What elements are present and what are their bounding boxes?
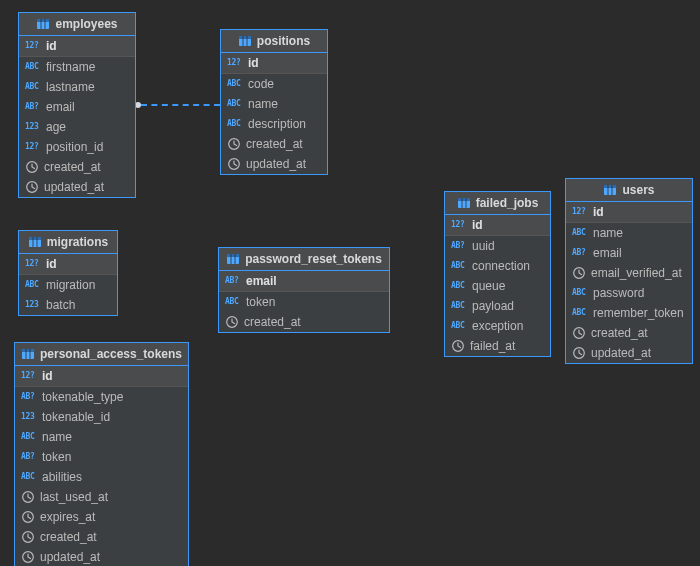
column-updated-at[interactable]: updated_at — [19, 177, 135, 197]
table-header[interactable]: password_reset_tokens — [219, 248, 389, 271]
column-firstname[interactable]: ABCfirstname — [19, 57, 135, 77]
column-created-at[interactable]: created_at — [15, 527, 188, 547]
table-icon — [603, 183, 617, 197]
table-header[interactable]: employees — [19, 13, 135, 36]
column-last-used-at[interactable]: last_used_at — [15, 487, 188, 507]
text-type-icon: ABC — [451, 279, 467, 293]
column-email[interactable]: AB?email — [19, 97, 135, 117]
table-failed-jobs[interactable]: failed_jobs 12?id AB?uuid ABCconnection … — [444, 191, 551, 357]
column-migration[interactable]: ABCmigration — [19, 275, 117, 295]
column-name: updated_at — [40, 550, 100, 564]
text-type-icon: ABC — [451, 259, 467, 273]
column-name: uuid — [472, 239, 495, 253]
column-name: name — [593, 226, 623, 240]
table-migrations[interactable]: migrations 12?id ABCmigration 123batch — [18, 230, 118, 316]
column-id[interactable]: 12?id — [221, 53, 327, 74]
column-position-id[interactable]: 12?position_id — [19, 137, 135, 157]
column-name: queue — [472, 279, 505, 293]
pk-int-type-icon: 12? — [572, 205, 588, 219]
clock-icon — [572, 326, 586, 340]
column-name: age — [46, 120, 66, 134]
column-created-at[interactable]: created_at — [566, 323, 692, 343]
column-name[interactable]: ABCname — [566, 223, 692, 243]
column-age[interactable]: 123age — [19, 117, 135, 137]
column-updated-at[interactable]: updated_at — [566, 343, 692, 363]
clock-icon — [572, 266, 586, 280]
column-name: id — [42, 369, 53, 383]
table-password-reset-tokens[interactable]: password_reset_tokens AB?email ABCtoken … — [218, 247, 390, 333]
column-name[interactable]: ABCname — [15, 427, 188, 447]
column-email-verified-at[interactable]: email_verified_at — [566, 263, 692, 283]
column-name: password — [593, 286, 644, 300]
column-remember-token[interactable]: ABCremember_token — [566, 303, 692, 323]
column-name: abilities — [42, 470, 82, 484]
text-type-icon: ABC — [25, 278, 41, 292]
column-batch[interactable]: 123batch — [19, 295, 117, 315]
column-uuid[interactable]: AB?uuid — [445, 236, 550, 256]
column-expires-at[interactable]: expires_at — [15, 507, 188, 527]
column-email[interactable]: AB?email — [219, 271, 389, 292]
column-name: tokenable_id — [42, 410, 110, 424]
pk-int-type-icon: 12? — [21, 369, 37, 383]
column-name[interactable]: ABCname — [221, 94, 327, 114]
column-created-at[interactable]: created_at — [221, 134, 327, 154]
column-name: email — [593, 246, 622, 260]
table-header[interactable]: personal_access_tokens — [15, 343, 188, 366]
column-name: created_at — [40, 530, 97, 544]
table-employees[interactable]: employees 12?id ABCfirstname ABClastname… — [18, 12, 136, 198]
column-id[interactable]: 12?id — [566, 202, 692, 223]
column-failed-at[interactable]: failed_at — [445, 336, 550, 356]
column-created-at[interactable]: created_at — [19, 157, 135, 177]
column-updated-at[interactable]: updated_at — [221, 154, 327, 174]
column-code[interactable]: ABCcode — [221, 74, 327, 94]
int-type-icon: 123 — [25, 298, 41, 312]
table-positions[interactable]: positions 12?id ABCcode ABCname ABCdescr… — [220, 29, 328, 175]
clock-icon — [451, 339, 465, 353]
column-tokenable-id[interactable]: 123tokenable_id — [15, 407, 188, 427]
column-updated-at[interactable]: updated_at — [15, 547, 188, 566]
column-name: connection — [472, 259, 530, 273]
column-connection[interactable]: ABCconnection — [445, 256, 550, 276]
table-personal-access-tokens[interactable]: personal_access_tokens 12?id AB?tokenabl… — [14, 342, 189, 566]
column-abilities[interactable]: ABCabilities — [15, 467, 188, 487]
column-tokenable-type[interactable]: AB?tokenable_type — [15, 387, 188, 407]
column-id[interactable]: 12?id — [19, 36, 135, 57]
table-title: migrations — [47, 235, 108, 249]
table-title: personal_access_tokens — [40, 347, 182, 361]
column-name: remember_token — [593, 306, 684, 320]
column-name: token — [42, 450, 71, 464]
column-name: code — [248, 77, 274, 91]
column-created-at[interactable]: created_at — [219, 312, 389, 332]
column-description[interactable]: ABCdescription — [221, 114, 327, 134]
clock-icon — [21, 550, 35, 564]
text-type-icon: ABC — [227, 77, 243, 91]
clock-icon — [21, 510, 35, 524]
column-id[interactable]: 12?id — [19, 254, 117, 275]
text-type-icon: ABC — [25, 60, 41, 74]
text-indexed-type-icon: AB? — [21, 450, 37, 464]
column-password[interactable]: ABCpassword — [566, 283, 692, 303]
column-token[interactable]: ABCtoken — [219, 292, 389, 312]
pk-int-type-icon: 12? — [25, 257, 41, 271]
column-name: token — [246, 295, 275, 309]
column-email[interactable]: AB?email — [566, 243, 692, 263]
column-token[interactable]: AB?token — [15, 447, 188, 467]
table-header[interactable]: migrations — [19, 231, 117, 254]
column-name: updated_at — [44, 180, 104, 194]
column-name: email — [46, 100, 75, 114]
text-indexed-type-icon: AB? — [21, 390, 37, 404]
column-name: email — [246, 274, 277, 288]
column-name: failed_at — [470, 339, 515, 353]
column-exception[interactable]: ABCexception — [445, 316, 550, 336]
table-header[interactable]: users — [566, 179, 692, 202]
column-payload[interactable]: ABCpayload — [445, 296, 550, 316]
column-lastname[interactable]: ABClastname — [19, 77, 135, 97]
table-header[interactable]: failed_jobs — [445, 192, 550, 215]
column-id[interactable]: 12?id — [15, 366, 188, 387]
text-indexed-type-icon: AB? — [25, 100, 41, 114]
column-id[interactable]: 12?id — [445, 215, 550, 236]
column-name: id — [593, 205, 604, 219]
table-header[interactable]: positions — [221, 30, 327, 53]
column-queue[interactable]: ABCqueue — [445, 276, 550, 296]
table-users[interactable]: users 12?id ABCname AB?email email_verif… — [565, 178, 693, 364]
